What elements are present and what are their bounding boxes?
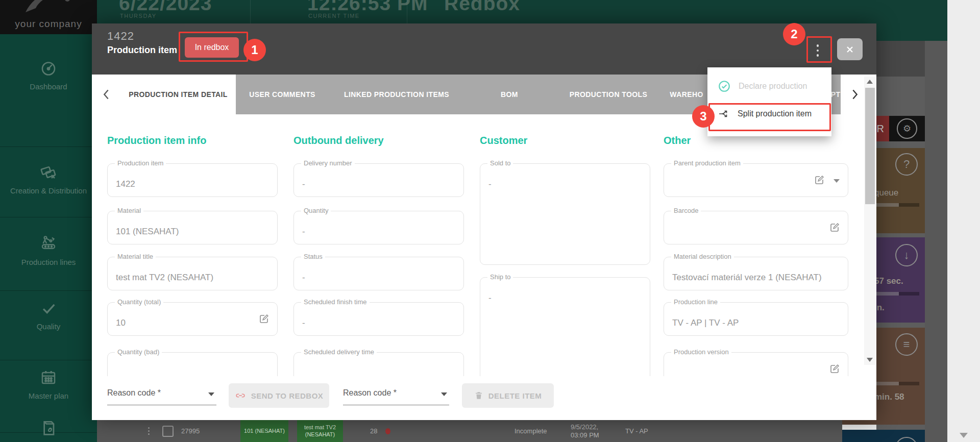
edit-icon[interactable] (813, 174, 825, 188)
queue-label: queue (874, 188, 898, 198)
scrollbar-thumb[interactable] (865, 88, 875, 204)
calendar-icon (39, 368, 58, 386)
scroll-up-icon[interactable] (867, 80, 873, 84)
close-icon (846, 45, 854, 54)
dropdown-caret-icon (441, 392, 447, 396)
seconds-label: 57 sec. (874, 276, 903, 286)
delete-item-button[interactable]: DELETE ITEM (462, 383, 554, 408)
tab-linked-production-items[interactable]: LINKED PRODUCTION ITEMS (344, 75, 449, 114)
sidebar-item-label: Creation & Distribution (0, 186, 97, 195)
annotation-step-1: 1 (243, 39, 266, 61)
download-icon[interactable]: ↓ (895, 244, 918, 266)
annotation-rect-split (708, 103, 831, 131)
section-title: Outbound delivery (293, 135, 384, 146)
dropdown-caret-icon (208, 392, 214, 396)
row-line: TV - AP (625, 420, 648, 442)
help-icon[interactable]: ? (895, 153, 918, 176)
field-delivery-quantity: Quantity - (293, 211, 464, 244)
field-scheduled-finish-time: Scheduled finish time - (293, 302, 464, 336)
production-line-icon (39, 234, 58, 253)
page-scrollbar[interactable] (947, 0, 980, 442)
annotation-rect-menu (806, 36, 832, 63)
tags-icon (39, 163, 58, 181)
check-circle-icon (718, 80, 731, 93)
field-production-line: Production line TV - AP | TV - AP (664, 302, 848, 336)
tab-production-tools[interactable]: PRODUCTION TOOLS (570, 75, 647, 114)
edit-icon[interactable] (828, 363, 841, 376)
reason-code-select-delete[interactable]: Reason code * (343, 383, 449, 405)
annotation-step-3: 3 (692, 105, 715, 128)
modal-title: Production item (107, 45, 177, 56)
annotation-step-2: 2 (783, 23, 805, 45)
field-material: Material 101 (NESAHAT) (107, 211, 278, 244)
row-id: 27995 (181, 420, 200, 442)
scroll-down-icon[interactable] (960, 433, 968, 438)
row-datetime: 9/5/2022, 03:09 PM (571, 420, 611, 442)
sidebar-divider (0, 146, 97, 147)
settings-panel[interactable]: ⚙ (889, 116, 925, 141)
field-sold-to: Sold to - (480, 163, 650, 265)
topbar-time-label: CURRENT TIME (308, 13, 360, 19)
edit-icon[interactable] (828, 222, 841, 236)
topbar-divider (250, 0, 251, 23)
menu-lines-icon[interactable]: ≡ (895, 333, 918, 356)
sidebar-item-label: Production lines (0, 258, 97, 266)
row-material-badge: 101 (NESAHAT) (240, 420, 288, 442)
field-material-title: Material title test mat TV2 (NESAHAT) (107, 257, 278, 290)
package-icon (38, 417, 59, 438)
sidebar-item-master-plan[interactable]: Master plan (0, 368, 97, 400)
refresh-icon[interactable] (895, 437, 918, 442)
tab-production-item-detail[interactable]: PRODUCTION ITEM DETAIL (120, 75, 236, 114)
sidebar-item-label: Dashboard (0, 82, 97, 91)
sidebar-item-production-lines[interactable]: Production lines (0, 234, 97, 266)
tabs-scroll-left[interactable] (92, 75, 120, 114)
section-title: Production item info (107, 135, 206, 146)
check-icon (39, 300, 58, 317)
sidebar-item-quality[interactable]: Quality (0, 300, 97, 331)
field-barcode: Barcode (664, 211, 848, 244)
link-icon (235, 390, 246, 401)
sidebar-item-label: Master plan (0, 391, 97, 400)
sidebar-item-creation-distribution[interactable]: Creation & Distribution (0, 163, 97, 195)
row-status-dot (385, 420, 390, 442)
modal-content: Production item info Production item 142… (92, 114, 852, 376)
close-button[interactable] (837, 38, 863, 60)
sidebar-item-label: Quality (0, 322, 97, 331)
tab-pt[interactable]: PT (831, 75, 841, 114)
send-to-redbox-button[interactable]: SEND TO REDBOX (229, 383, 329, 408)
topbar: 6/22/2023 THURSDAY 12:26:53 PM CURRENT T… (97, 0, 947, 23)
sidebar-divider (0, 360, 97, 360)
company-logo-icon (20, 0, 77, 16)
chevron-left-icon (102, 89, 110, 100)
topbar-day: THURSDAY (120, 13, 157, 19)
minutes-label: min. 58 (874, 392, 904, 402)
sidebar-item-dashboard[interactable]: Dashboard (0, 59, 97, 91)
scroll-down-icon[interactable] (867, 358, 873, 362)
row-kebab-icon[interactable] (148, 420, 150, 442)
topbar-page-title: Redbox (444, 0, 520, 15)
tab-bom[interactable]: BOM (501, 75, 518, 114)
field-production-item: Production item 1422 (107, 163, 278, 197)
row-checkbox[interactable] (162, 420, 174, 442)
gear-icon[interactable]: ⚙ (897, 118, 917, 139)
sidebar: Dashboard Creation & Distribution Produc… (0, 34, 97, 442)
topbar-divider (407, 0, 407, 23)
bottom-panel (842, 430, 925, 442)
sidebar-item-bottom[interactable] (0, 417, 97, 442)
modal-footer: Reason code * SEND TO REDBOX Reason code… (92, 376, 876, 420)
annotation-rect-badge (179, 32, 248, 62)
list-progress-bar (874, 382, 919, 385)
edit-icon[interactable] (258, 313, 270, 327)
modal-scrollbar[interactable] (864, 77, 876, 365)
dropdown-caret-icon[interactable] (834, 179, 840, 183)
modal-item-id: 1422 (107, 30, 134, 43)
field-delivery-number: Delivery number - (293, 163, 464, 197)
menu-item-declare-production[interactable]: Declare production (707, 72, 831, 100)
field-parent-production-item: Parent production item (664, 163, 848, 197)
section-title: Customer (480, 135, 527, 146)
field-quantity-bad: Quantity (bad) (107, 352, 278, 376)
tab-user-comments[interactable]: USER COMMENTS (249, 75, 315, 114)
field-delivery-status: Status - (293, 257, 464, 290)
reason-code-select-redbox[interactable]: Reason code * (107, 383, 216, 405)
section-title: Other (664, 135, 691, 146)
